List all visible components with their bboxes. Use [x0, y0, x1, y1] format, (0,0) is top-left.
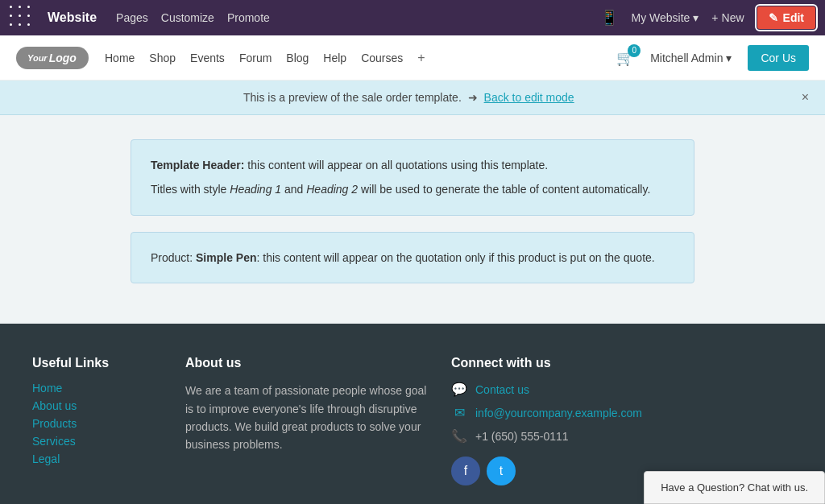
footer-grid: Useful Links Home About us Products Serv… — [32, 356, 793, 485]
preview-banner: This is a preview of the sale order temp… — [0, 81, 825, 115]
phone-item: 📞 +1 (650) 555-0111 — [451, 428, 793, 444]
preview-banner-text: This is a preview of the sale order temp… — [16, 91, 802, 104]
useful-links-title: Useful Links — [32, 356, 161, 370]
admin-website-label: Website — [48, 10, 97, 25]
twitter-icon[interactable]: t — [487, 456, 516, 485]
admin-customize-link[interactable]: Customize — [161, 11, 214, 24]
footer-link-about[interactable]: About us — [32, 399, 161, 412]
chat-icon: 💬 — [451, 382, 467, 397]
connect-title: Connect with us — [451, 356, 793, 370]
edit-button[interactable]: ✎ Edit — [757, 6, 815, 29]
admin-promote-link[interactable]: Promote — [227, 11, 270, 24]
facebook-icon[interactable]: f — [451, 456, 480, 485]
cart-button[interactable]: 🛒 0 — [616, 49, 634, 67]
site-nav: Your Logo Home Shop Events Forum Blog He… — [0, 35, 825, 81]
contact-us-item: 💬 Contact us — [451, 382, 793, 397]
footer-about: About us We are a team of passionate peo… — [185, 356, 427, 485]
contact-us-link[interactable]: Contact us — [475, 383, 529, 396]
footer-links-list: Home About us Products Services Legal — [32, 382, 161, 465]
admin-pages-link[interactable]: Pages — [116, 11, 148, 24]
footer-connect: Connect with us 💬 Contact us ✉ info@your… — [451, 356, 793, 485]
footer-link-products[interactable]: Products — [32, 417, 161, 430]
footer-link-services[interactable]: Services — [32, 435, 161, 448]
template-header-text: Template Header: this content will appea… — [151, 156, 674, 174]
back-to-edit-link[interactable]: Back to edit mode — [484, 91, 574, 104]
template-header-card: Template Header: this content will appea… — [131, 139, 694, 216]
admin-bar: Website Pages Customize Promote 📱 My Web… — [0, 0, 825, 35]
main-content: Template Header: this content will appea… — [0, 115, 825, 324]
chat-widget-text: Have a Question? Chat with us. — [661, 481, 808, 494]
nav-courses[interactable]: Courses — [361, 52, 403, 64]
about-text: We are a team of passionate people whose… — [185, 382, 427, 454]
product-text: Product: Simple Pen: this content will a… — [151, 249, 674, 266]
grid-menu-icon[interactable] — [10, 6, 35, 31]
nav-forum[interactable]: Forum — [239, 52, 272, 64]
email-link[interactable]: info@yourcompany.example.com — [475, 407, 642, 419]
user-menu[interactable]: Mitchell Admin ▾ — [650, 52, 732, 64]
contact-us-button[interactable]: Cor Us — [748, 45, 809, 71]
nav-shop[interactable]: Shop — [149, 52, 176, 64]
phone-icon: 📞 — [451, 428, 467, 444]
add-nav-item-icon[interactable]: + — [417, 51, 425, 65]
phone-number: +1 (650) 555-0111 — [475, 430, 569, 443]
nav-home[interactable]: Home — [105, 52, 135, 64]
product-card: Product: Simple Pen: this content will a… — [131, 232, 694, 283]
my-website-dropdown[interactable]: My Website ▾ — [631, 11, 699, 24]
nav-blog[interactable]: Blog — [286, 52, 309, 64]
new-button[interactable]: + New — [711, 11, 744, 24]
preview-close-button[interactable]: × — [802, 90, 809, 105]
site-nav-links: Home Shop Events Forum Blog Help Courses… — [105, 51, 600, 65]
footer-useful-links: Useful Links Home About us Products Serv… — [32, 356, 161, 485]
nav-events[interactable]: Events — [190, 52, 225, 64]
logo[interactable]: Your Logo — [16, 47, 89, 69]
footer-link-legal[interactable]: Legal — [32, 452, 161, 465]
mobile-icon[interactable]: 📱 — [600, 9, 618, 27]
about-title: About us — [185, 356, 427, 370]
footer-link-home[interactable]: Home — [32, 382, 161, 395]
email-icon: ✉ — [451, 405, 467, 420]
cart-count-badge: 0 — [628, 44, 641, 57]
heading-info-text: Titles with style Heading 1 and Heading … — [151, 180, 674, 198]
chat-widget[interactable]: Have a Question? Chat with us. — [644, 471, 825, 504]
email-item: ✉ info@yourcompany.example.com — [451, 405, 793, 420]
nav-help[interactable]: Help — [323, 52, 346, 64]
